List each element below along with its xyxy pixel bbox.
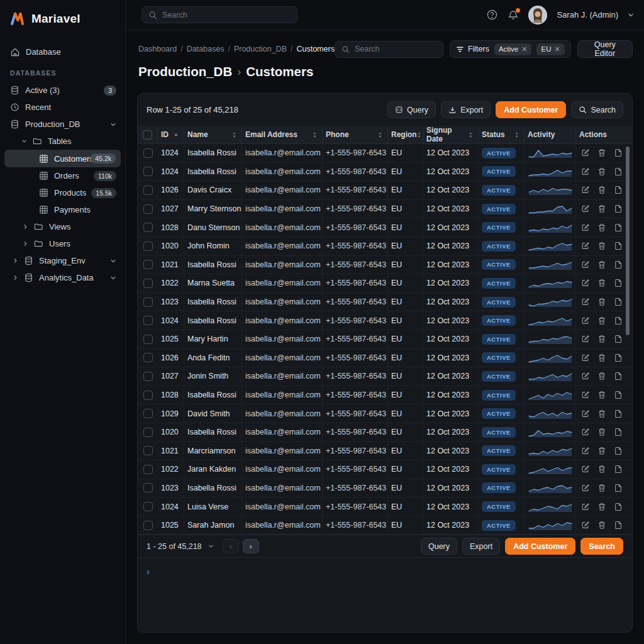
delete-icon[interactable]: [597, 353, 606, 362]
row-checkbox[interactable]: [138, 293, 158, 311]
edit-icon[interactable]: [581, 167, 590, 176]
chevron-down-icon[interactable]: [208, 543, 214, 549]
table-row[interactable]: 1021 Marcriamrson isabella.r@email.com +…: [138, 442, 632, 461]
row-checkbox[interactable]: [138, 181, 158, 199]
delete-icon[interactable]: [597, 335, 606, 343]
sidebar-item-payments[interactable]: Payments: [0, 201, 125, 218]
table-row[interactable]: 1024 Isabella Rossi isabella.r@email.com…: [138, 163, 632, 182]
sort-icon[interactable]: [514, 131, 519, 138]
delete-icon[interactable]: [597, 316, 606, 325]
chevron-down-icon[interactable]: [628, 12, 634, 18]
chevron-down-icon[interactable]: [110, 275, 116, 281]
edit-icon[interactable]: [581, 447, 590, 455]
document-icon[interactable]: [614, 502, 623, 511]
table-row[interactable]: 1022 Marna Suetta isabella.r@email.com +…: [138, 274, 632, 293]
delete-icon[interactable]: [597, 521, 606, 530]
column-header-region[interactable]: Region: [388, 126, 423, 143]
row-checkbox[interactable]: [138, 311, 158, 330]
document-icon[interactable]: [614, 242, 623, 250]
query-editor-button[interactable]: Query Editor: [577, 40, 633, 58]
row-checkbox[interactable]: [138, 218, 158, 236]
export-button-bottom[interactable]: Export: [462, 538, 500, 555]
delete-icon[interactable]: [597, 148, 606, 157]
document-icon[interactable]: [614, 391, 623, 399]
edit-icon[interactable]: [581, 353, 590, 362]
document-icon[interactable]: [614, 521, 623, 530]
table-row[interactable]: 1025 Mary Hartin isabella.r@email.com +1…: [138, 330, 632, 349]
edit-icon[interactable]: [581, 372, 590, 380]
sidebar-item-customers[interactable]: Customers 45.2k: [4, 150, 121, 167]
table-row[interactable]: 1027 Jonin Smith isabella.r@email.com +1…: [138, 367, 632, 386]
edit-icon[interactable]: [581, 465, 590, 474]
sidebar-item-active[interactable]: Active (3) 3: [0, 82, 125, 99]
delete-icon[interactable]: [597, 465, 606, 474]
row-checkbox[interactable]: [138, 200, 158, 218]
breadcrumb-item[interactable]: Databases: [187, 45, 225, 53]
delete-icon[interactable]: [597, 502, 606, 511]
table-scrollbar[interactable]: [626, 147, 630, 335]
document-icon[interactable]: [614, 372, 623, 380]
edit-icon[interactable]: [581, 204, 590, 213]
next-page-button[interactable]: ›: [243, 539, 259, 553]
table-row[interactable]: 1028 Danu Sternson isabella.r@email.com …: [138, 218, 632, 237]
column-header-email-address[interactable]: Email Address: [242, 126, 323, 143]
table-row[interactable]: 1023 Isabella Rossi isabella.r@email.com…: [138, 479, 632, 498]
document-icon[interactable]: [614, 204, 623, 213]
delete-icon[interactable]: [597, 372, 606, 380]
filter-chip-active[interactable]: Active✕: [494, 43, 532, 55]
row-checkbox[interactable]: [138, 479, 158, 497]
edit-icon[interactable]: [581, 297, 590, 306]
document-icon[interactable]: [614, 260, 623, 269]
export-button[interactable]: Export: [441, 101, 491, 118]
delete-icon[interactable]: [597, 260, 606, 269]
document-icon[interactable]: [614, 186, 623, 194]
table-row[interactable]: 1026 Davis Craicx isabella.r@email.com +…: [138, 181, 632, 200]
document-icon[interactable]: [614, 465, 623, 474]
document-icon[interactable]: [614, 167, 623, 176]
delete-icon[interactable]: [597, 167, 606, 176]
delete-icon[interactable]: [597, 223, 606, 232]
row-checkbox[interactable]: [138, 274, 158, 292]
edit-icon[interactable]: [581, 502, 590, 511]
table-row[interactable]: 1020 John Romin isabella.r@email.com +1-…: [138, 237, 632, 256]
row-checkbox[interactable]: [138, 349, 158, 367]
row-checkbox[interactable]: [138, 163, 158, 181]
column-header-actions[interactable]: Actions: [576, 126, 632, 143]
notifications-bell-icon[interactable]: [508, 9, 519, 21]
query-button-bottom[interactable]: Query: [421, 538, 457, 555]
search-button-bottom[interactable]: Search: [580, 538, 623, 555]
sidebar-item-orders[interactable]: Orders 110k: [0, 167, 125, 184]
global-search[interactable]: [142, 6, 297, 23]
row-checkbox[interactable]: [138, 460, 158, 479]
sort-icon[interactable]: [417, 131, 421, 138]
table-row[interactable]: 1023 Isabella Rossi isabella.r@email.com…: [138, 293, 632, 312]
edit-icon[interactable]: [581, 186, 590, 194]
table-row[interactable]: 1024 Isabella Rossi isabella.r@email.com…: [138, 144, 632, 163]
sidebar-item-tables[interactable]: Tables: [0, 133, 125, 150]
document-icon[interactable]: [614, 316, 623, 325]
table-row[interactable]: 1021 Isabella Rossi isabella.r@email.com…: [138, 256, 632, 275]
row-checkbox[interactable]: [138, 497, 158, 516]
table-row[interactable]: 1028 Isabella Rossi isabella.r@email.com…: [138, 386, 632, 405]
prev-page-button[interactable]: ‹: [223, 539, 239, 553]
add-customer-button-bottom[interactable]: Add Customer: [505, 538, 575, 555]
expand-panel-chevron-icon[interactable]: ›: [147, 566, 150, 577]
document-icon[interactable]: [614, 279, 623, 287]
column-header-id[interactable]: ID: [158, 126, 184, 143]
table-row[interactable]: 1020 Isabella Rossi isabella.r@email.com…: [138, 423, 632, 442]
sidebar-item-analytics-data[interactable]: Analytics_Data: [0, 269, 125, 286]
edit-icon[interactable]: [581, 521, 590, 530]
sort-icon[interactable]: [232, 131, 236, 138]
sidebar-item-products[interactable]: Products 15.5k: [0, 184, 125, 201]
search-button[interactable]: Search: [571, 101, 623, 118]
edit-icon[interactable]: [581, 148, 590, 157]
row-checkbox[interactable]: [138, 237, 158, 255]
sidebar-item-recent[interactable]: Recent: [0, 99, 125, 116]
document-icon[interactable]: [614, 335, 623, 343]
edit-icon[interactable]: [581, 242, 590, 250]
filter-chip-eu[interactable]: EU✕: [536, 43, 564, 55]
column-header-activity[interactable]: Activity: [525, 126, 576, 143]
edit-icon[interactable]: [581, 428, 590, 436]
breadcrumb-item[interactable]: Dashboard: [138, 45, 177, 53]
document-icon[interactable]: [614, 353, 623, 362]
